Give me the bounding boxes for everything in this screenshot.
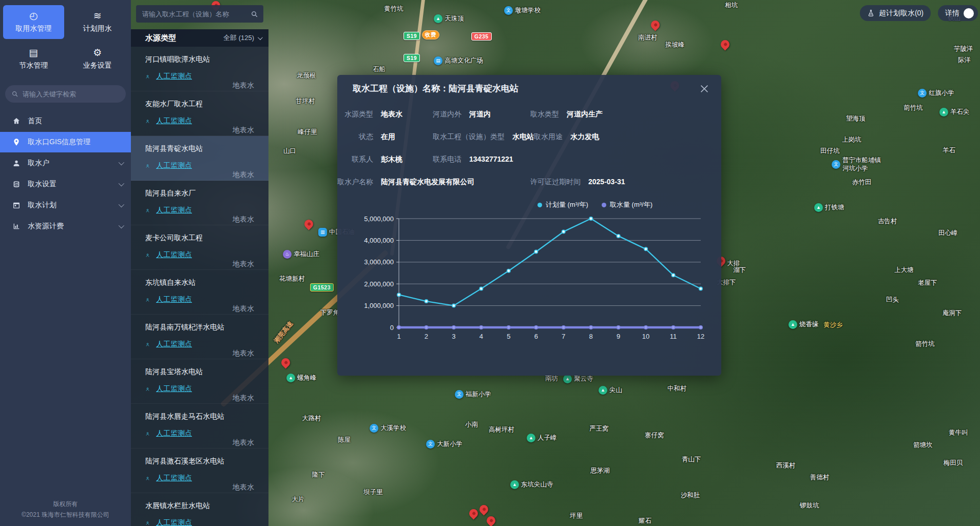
map-label-text: 中和村 bbox=[667, 385, 687, 393]
sidebar-search-input[interactable] bbox=[23, 90, 120, 98]
station-meta-row: 人工监测点 bbox=[145, 116, 268, 126]
map-label-text: 坝子里 bbox=[363, 489, 383, 497]
legend-item[interactable]: 计划量 (m³/年) bbox=[537, 200, 588, 209]
legend-item[interactable]: 取水量 (m³/年) bbox=[602, 200, 652, 209]
scenic-map-icon: ▲ bbox=[789, 320, 797, 329]
monitor-point-link[interactable]: 人工监测点 bbox=[156, 250, 192, 260]
map-label: 花塘新村 bbox=[279, 275, 305, 283]
sidebar-item-label: 取水计划 bbox=[28, 201, 56, 210]
map-label-text: 墩塘学校 bbox=[515, 7, 541, 15]
chevron-down-icon bbox=[119, 160, 124, 165]
list-item[interactable]: 陆河县青碇水电站人工监测点地表水 bbox=[131, 136, 268, 181]
station-name: 陆河县南万镇杞洋水电站 bbox=[145, 323, 268, 332]
map-label: 箭塘坎 bbox=[913, 441, 933, 450]
station-meta-row: 人工监测点 bbox=[145, 295, 268, 304]
sidebar-item-home[interactable]: 首页 bbox=[0, 111, 131, 131]
sidebar-item-label: 取水口GIS信息管理 bbox=[28, 138, 90, 147]
svg-text:4: 4 bbox=[479, 333, 483, 340]
close-icon[interactable] bbox=[699, 83, 710, 94]
list-item[interactable]: 麦卡公司取水工程人工监测点地表水 bbox=[131, 225, 268, 270]
sidebar-item-user[interactable]: 取水户 bbox=[0, 153, 131, 173]
sidebar-search[interactable] bbox=[5, 85, 126, 103]
source-type-filter-dropdown[interactable]: 全部 (125) bbox=[223, 33, 261, 43]
map-label: 大排 bbox=[727, 260, 740, 268]
monitor-point-link[interactable]: 人工监测点 bbox=[156, 340, 192, 349]
list-item[interactable]: 河口镇唱歌潭水电站人工监测点地表水 bbox=[131, 47, 268, 91]
app-tile-waves[interactable]: ≋计划用水 bbox=[67, 5, 128, 39]
person-icon bbox=[145, 251, 153, 259]
list-item[interactable]: 友能水厂取水工程人工监测点地表水 bbox=[131, 91, 268, 136]
map-label: 文普宁市船埔镇 河坑小学 bbox=[832, 157, 881, 172]
map-label: 小南 bbox=[465, 421, 478, 429]
station-search-input[interactable] bbox=[142, 10, 251, 18]
map-label-text: 峰仔里 bbox=[298, 128, 317, 137]
list-item[interactable]: 陆河县南万镇杞洋水电站人工监测点地表水 bbox=[131, 315, 268, 359]
scenic-map-icon: ▲ bbox=[814, 203, 823, 212]
monitor-point-link[interactable]: 人工监测点 bbox=[156, 474, 192, 483]
station-name: 陆河县青碇水电站 bbox=[145, 144, 268, 153]
monitor-point-link[interactable]: 人工监测点 bbox=[156, 295, 192, 304]
map-label-text: 思茅湖 bbox=[590, 467, 610, 475]
map-label-text: 普宁市船埔镇 河坑小学 bbox=[842, 157, 881, 172]
water-source-type: 地表水 bbox=[233, 215, 254, 224]
sidebar-item-db[interactable]: 取水设置 bbox=[0, 174, 131, 194]
map-pin-marker[interactable] bbox=[719, 38, 731, 50]
svg-text:11: 11 bbox=[670, 333, 677, 340]
withdrawal-chart: 计划量 (m³/年)取水量 (m³/年) 01,000,0002,000,000… bbox=[337, 200, 721, 346]
map-label-text: 大排 bbox=[727, 260, 740, 268]
station-search[interactable] bbox=[136, 5, 263, 23]
monitor-point-link[interactable]: 人工监测点 bbox=[156, 116, 192, 126]
detail-toggle[interactable]: 详情 bbox=[938, 5, 978, 21]
map-label: 寨仔窝 bbox=[645, 432, 664, 440]
map-pin-marker[interactable] bbox=[649, 18, 661, 31]
sidebar-item-pin[interactable]: 取水口GIS信息管理 bbox=[0, 132, 131, 152]
map-label: 石船 bbox=[373, 66, 386, 74]
monitor-point-link[interactable]: 人工监测点 bbox=[156, 384, 192, 394]
map-label-text: 龙颈根 bbox=[297, 72, 316, 80]
sidebar-item-chart[interactable]: 水资源计费 bbox=[0, 216, 131, 237]
waves-icon: ≋ bbox=[93, 11, 102, 21]
map-label-text: 福新小学 bbox=[466, 391, 491, 399]
app-tile-gauge[interactable]: ◴取用水管理 bbox=[3, 5, 64, 39]
sidebar-item-calendar[interactable]: 取水计划 bbox=[0, 195, 131, 216]
list-header: 水源类型 全部 (125) bbox=[131, 29, 268, 47]
map-label: 大路村 bbox=[302, 415, 321, 423]
over-plan-withdrawal-button[interactable]: 超计划取水(0) bbox=[860, 5, 931, 21]
map-pin-marker[interactable] bbox=[467, 507, 479, 519]
monitor-point-link[interactable]: 人工监测点 bbox=[156, 518, 192, 526]
map-label: 思茅湖 bbox=[590, 467, 610, 475]
list-item[interactable]: 陆河县激石溪老区水电站人工监测点地表水 bbox=[131, 449, 268, 493]
monitor-point-link[interactable]: 人工监测点 bbox=[156, 206, 192, 215]
app-tile-gear[interactable]: ⚙业务设置 bbox=[67, 42, 128, 76]
field-cell: 取水户名称陆河县青碇水电发展有限公司 bbox=[337, 178, 530, 187]
copyright-line1: 版权所有 bbox=[0, 499, 131, 510]
svg-text:5,000,000: 5,000,000 bbox=[364, 215, 394, 223]
map-label: 南坊 bbox=[545, 375, 558, 383]
monitor-point-link[interactable]: 人工监测点 bbox=[156, 161, 192, 170]
map-pin-marker[interactable] bbox=[302, 218, 315, 230]
map-label-text: 凹头 bbox=[886, 296, 899, 304]
map-pin-marker[interactable] bbox=[485, 514, 497, 526]
scenic-map-icon: ▲ bbox=[286, 374, 295, 382]
station-meta-row: 人工监测点 bbox=[145, 474, 268, 483]
monitor-point-link[interactable]: 人工监测点 bbox=[156, 72, 192, 81]
person-icon bbox=[145, 475, 153, 482]
map-label: 望海顶 bbox=[846, 115, 866, 123]
list-item[interactable]: 东坑镇自来水站人工监测点地表水 bbox=[131, 270, 268, 315]
map-label-text: 寨仔窝 bbox=[645, 432, 664, 440]
doc-icon: ▤ bbox=[29, 48, 38, 57]
toggle-knob[interactable] bbox=[964, 8, 974, 18]
map-label-text: 庵洞下 bbox=[943, 309, 962, 318]
list-item[interactable]: 陆河县自来水厂人工监测点地表水 bbox=[131, 181, 268, 225]
map-pin-marker[interactable] bbox=[279, 356, 292, 368]
list-item[interactable]: 陆河县宝塔水电站人工监测点地表水 bbox=[131, 359, 268, 404]
field-label: 联系人 bbox=[337, 155, 373, 164]
app-tile-doc[interactable]: ▤节水管理 bbox=[3, 42, 64, 76]
svg-text:1,000,000: 1,000,000 bbox=[364, 302, 394, 309]
map-pin-marker[interactable] bbox=[477, 503, 490, 515]
map-label-text: 红旗小学 bbox=[929, 89, 954, 98]
monitor-point-link[interactable]: 人工监测点 bbox=[156, 429, 192, 438]
field-label: 取水类型 bbox=[530, 110, 559, 119]
list-item[interactable]: 水唇镇水栏肚水电站人工监测点地表水 bbox=[131, 493, 268, 526]
list-item[interactable]: 陆河县水唇走马石水电站人工监测点地表水 bbox=[131, 404, 268, 449]
